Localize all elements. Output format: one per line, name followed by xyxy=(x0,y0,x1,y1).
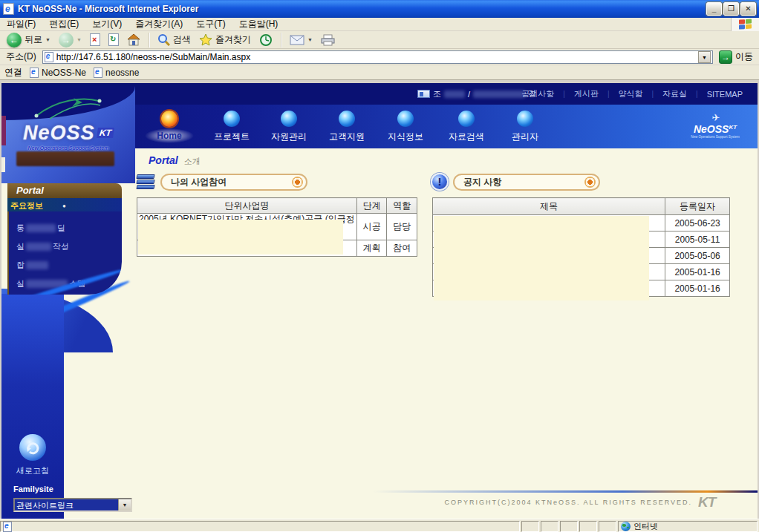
web-page: 조 / 강 공지사항 | 게시판 | 양식함 | 자료실 | SITEMAP xyxy=(0,80,759,519)
go-button[interactable]: → 이동 xyxy=(716,50,756,64)
nav-orb-icon xyxy=(281,111,297,127)
back-button[interactable]: ← 뒤로 ▼ xyxy=(4,32,53,48)
nav-knowledge[interactable]: 지식정보 xyxy=(376,111,435,143)
util-link-notices[interactable]: 공지사항 xyxy=(512,88,563,99)
close-button[interactable]: ✕ xyxy=(740,2,756,16)
address-value[interactable]: http://147.6.51.180/neoss-ne/SubMain/Mai… xyxy=(56,52,695,62)
forward-dropdown-icon: ▼ xyxy=(76,37,82,42)
brand-logo-small: ✈ NeOSSKT New Operations Support System xyxy=(683,112,747,139)
status-bar: 인터넷 xyxy=(0,519,759,532)
sidebar-menu-item-3[interactable]: 합 xyxy=(16,256,122,275)
mail-button[interactable]: ▼ xyxy=(287,34,316,46)
redaction-overlay xyxy=(138,220,343,254)
brand-swoosh-icon: ✈ xyxy=(683,112,747,123)
books-icon xyxy=(137,174,156,191)
nav-orb-icon xyxy=(224,111,240,127)
forward-button[interactable]: → ▼ xyxy=(56,32,85,48)
print-button[interactable] xyxy=(318,33,338,47)
forward-icon: → xyxy=(59,33,74,47)
col-role: 역할 xyxy=(387,198,417,214)
address-input[interactable]: http://147.6.51.180/neoss-ne/SubMain/Mai… xyxy=(42,50,713,64)
nav-search[interactable]: 자료검색 xyxy=(437,111,496,143)
page-favicon xyxy=(45,52,53,62)
menu-favorites[interactable]: 즐겨찾기(A) xyxy=(128,18,189,30)
status-zone-pane: 인터넷 xyxy=(618,521,758,532)
restore-button[interactable]: ❐ xyxy=(723,2,739,16)
util-link-archive[interactable]: 자료실 xyxy=(654,88,696,99)
sidebar-menu-item-2[interactable]: 실 작성 xyxy=(16,237,122,256)
redacted-menu-text xyxy=(26,224,56,232)
search-button[interactable]: 검색 xyxy=(154,33,194,47)
title-bar: KT NeOSS-Ne - Microsoft Internet Explore… xyxy=(0,0,759,18)
minimize-button[interactable]: _ xyxy=(706,2,722,16)
menu-edit[interactable]: 편집(E) xyxy=(42,18,85,30)
redacted-user-name xyxy=(444,91,465,98)
nav-home[interactable]: Home xyxy=(140,111,199,141)
nav-customer[interactable]: 고객지원 xyxy=(317,111,377,143)
menu-view[interactable]: 보기(V) xyxy=(85,18,128,30)
col-title: 제목 xyxy=(433,198,665,215)
refresh-icon: ↻ xyxy=(108,33,119,46)
menu-help[interactable]: 도움말(H) xyxy=(232,18,285,30)
left-accent-stripe xyxy=(1,116,6,145)
my-business-header: 나의 사업참여 xyxy=(137,174,307,191)
home-icon xyxy=(127,33,140,46)
home-orb-icon xyxy=(161,111,177,127)
windows-flag-icon xyxy=(739,19,752,30)
stop-button[interactable]: × xyxy=(87,33,103,47)
status-pane xyxy=(521,521,539,532)
status-page-icon xyxy=(3,522,12,532)
nav-orb-icon xyxy=(339,111,355,127)
ie-app-icon xyxy=(3,3,14,15)
portal-menu-box: Portal 주요정보 ● 통 딜 실 작성 합 xyxy=(7,183,122,295)
address-bar: 주소(D) http://147.6.51.180/neoss-ne/SubMa… xyxy=(0,49,759,65)
portal-section-header[interactable]: 주요정보 ● xyxy=(7,198,122,211)
favorites-button[interactable]: 즐겨찾기 xyxy=(196,33,254,47)
mail-dropdown-icon[interactable]: ▼ xyxy=(307,37,313,42)
redaction-overlay xyxy=(434,216,649,301)
nav-orb-icon xyxy=(397,111,414,127)
history-icon xyxy=(259,33,273,47)
back-dropdown-icon[interactable]: ▼ xyxy=(45,37,51,42)
redacted-menu-text xyxy=(26,261,48,269)
status-pane xyxy=(541,521,558,532)
alert-icon: ! xyxy=(431,173,449,191)
refresh-page-button[interactable]: 새로고침 xyxy=(13,434,52,476)
familysite-label: Familysite xyxy=(13,485,53,493)
util-link-sitemap[interactable]: SITEMAP xyxy=(698,90,752,99)
status-pane xyxy=(560,521,578,532)
link-neossne[interactable]: neossne xyxy=(94,68,139,78)
brand-swoosh-icon xyxy=(27,93,109,122)
star-icon xyxy=(199,33,212,46)
menu-tools[interactable]: 도구(T) xyxy=(189,18,232,30)
menu-bar: 파일(F) 편집(E) 보기(V) 즐겨찾기(A) 도구(T) 도움말(H) xyxy=(0,18,759,31)
stop-icon: × xyxy=(90,33,100,46)
sidebar-menu-item-1[interactable]: 통 딜 xyxy=(16,219,122,237)
nav-project[interactable]: 프로젝트 xyxy=(202,111,261,143)
mail-icon xyxy=(290,35,304,45)
refresh-button[interactable]: ↻ xyxy=(105,33,122,47)
home-button[interactable] xyxy=(124,33,143,47)
back-icon: ← xyxy=(7,33,22,47)
brand-logo-large: NeOSS KT New Operations Support System xyxy=(12,93,125,151)
links-bar: 연결 NeOSS-Ne neossne xyxy=(0,65,759,80)
windows-logo xyxy=(731,18,759,31)
col-business-name: 단위사업명 xyxy=(137,198,357,214)
link-neoss-ne[interactable]: NeOSS-Ne xyxy=(30,68,86,78)
nav-admin[interactable]: 관리자 xyxy=(495,111,555,143)
status-pane xyxy=(599,521,616,532)
status-main-pane xyxy=(0,521,520,532)
search-icon xyxy=(157,33,170,46)
print-icon xyxy=(321,34,335,46)
id-card-icon xyxy=(417,90,430,98)
history-button[interactable] xyxy=(256,33,276,47)
target-circle-icon xyxy=(292,177,303,188)
util-link-forms[interactable]: 양식함 xyxy=(609,88,651,99)
menu-file[interactable]: 파일(F) xyxy=(0,18,42,30)
address-label: 주소(D) xyxy=(3,50,39,63)
breadcrumb: Portal 소개 xyxy=(149,154,201,167)
address-dropdown-icon[interactable]: ▼ xyxy=(698,51,711,63)
bullet-icon: ● xyxy=(62,203,66,209)
nav-resources[interactable]: 자원관리 xyxy=(259,111,319,143)
util-link-board[interactable]: 게시판 xyxy=(565,88,607,99)
